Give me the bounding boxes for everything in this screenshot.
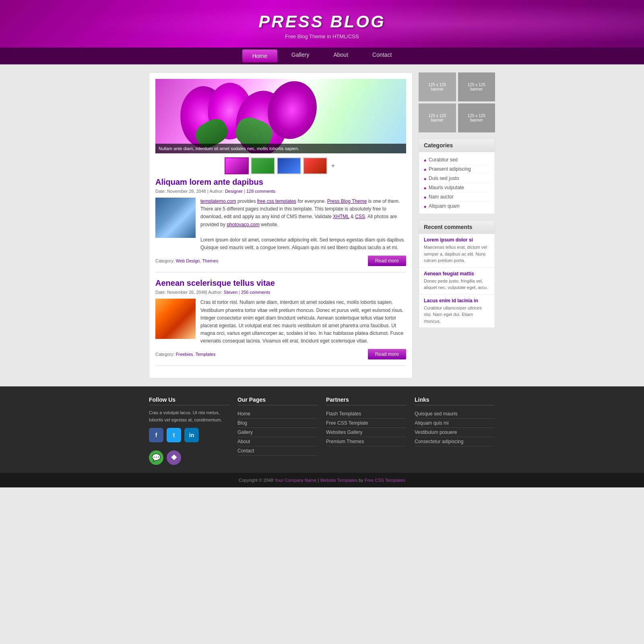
facebook-icon[interactable]: f <box>149 428 163 442</box>
linkedin-icon[interactable]: in <box>184 428 199 442</box>
post-2-date: November 26, 2048 <box>167 290 206 295</box>
header: PRESS BLOG Free Blog Theme in HTML/CSS <box>0 0 644 47</box>
post-2-date-label: Date: <box>155 290 167 295</box>
post-1-content: templatemo.com provides free css templat… <box>155 198 406 252</box>
nav-gallery[interactable]: Gallery <box>279 47 321 64</box>
footer-follow-us: Follow Us Cras a volutpat lacus. Ut nisi… <box>149 396 229 464</box>
slideshow-thumbnails: + <box>155 157 406 174</box>
post-1-meta: Date: November 28, 2048 | Author: Design… <box>155 189 406 194</box>
site-subtitle: Free Blog Theme in HTML/CSS <box>0 33 644 39</box>
post-2-title: Aenean scelerisque tellus vitae <box>155 279 406 288</box>
rss-icon[interactable]: ❖ <box>167 450 181 465</box>
twitter-icon[interactable]: t <box>167 428 181 442</box>
post-2-author-label: Author: <box>208 290 224 295</box>
post-1-read-more[interactable]: Read more <box>368 256 406 266</box>
banner-2[interactable]: 125 x 125 banner <box>458 72 495 101</box>
templatemo-link[interactable]: templatemo.com <box>200 198 236 204</box>
category-2[interactable]: Praesent adipiscing <box>424 165 490 174</box>
banner-1-size: 125 x 125 <box>421 83 454 87</box>
banner-3[interactable]: 125 x 125 banner <box>419 103 456 132</box>
post-2-meta: Date: November 26, 2048| Author: Steven … <box>155 290 406 295</box>
nav-home[interactable]: Home <box>242 50 277 62</box>
footer-links-list: Quisque sed mauris Aliquam quis mi Vesti… <box>415 409 495 446</box>
link-1: Quisque sed mauris <box>415 409 495 419</box>
footer-page-gallery: Gallery <box>237 428 318 437</box>
post-1-text: templatemo.com provides free css templat… <box>200 198 406 252</box>
footer: Follow Us Cras a volutpat lacus. Ut nisi… <box>0 386 644 487</box>
post-2-cat-freebies[interactable]: Freebies <box>176 352 193 357</box>
footer-page-contact: Contact <box>237 446 318 456</box>
xhtml-link[interactable]: XHTML <box>333 214 349 219</box>
post-2-text: Cras id tortor nisl. Nullam ante diam, i… <box>200 299 406 345</box>
banner-1[interactable]: 125 x 125 banner <box>419 72 456 101</box>
by-text: by <box>359 478 365 483</box>
banner-4-label: banner <box>460 118 493 122</box>
page-wrapper: Nullam ante diam, interdum sit amet soda… <box>145 72 499 378</box>
footer-partners-title: Partners <box>326 396 407 405</box>
banner-grid: 125 x 125 banner 125 x 125 banner 125 x … <box>419 72 495 132</box>
comment-1-title[interactable]: Lorem ipsum dolor si <box>424 237 473 243</box>
website-templates-link[interactable]: Website Templates <box>320 478 357 483</box>
post-2-author[interactable]: Steven <box>224 290 237 295</box>
post-1-date-label: Date: <box>155 189 167 194</box>
category-4[interactable]: Mauris vulputate <box>424 183 490 192</box>
free-css-link[interactable]: free css templates <box>257 198 296 204</box>
slideshow: Nullam ante diam, interdum sit amet soda… <box>155 79 406 153</box>
footer-page-about: About <box>237 437 318 446</box>
company-link[interactable]: Your Company Name <box>275 478 317 483</box>
navigation: Home Gallery About Contact <box>0 47 644 64</box>
comment-3-title[interactable]: Lacus enim id lacinia in <box>424 298 478 303</box>
thumb-1[interactable] <box>225 157 249 174</box>
post-2-thumbnail <box>155 299 196 339</box>
post-1-footer: Category: Web Design, Themes Read more <box>155 256 406 266</box>
footer-pages-list: Home Blog Gallery About Contact <box>237 409 318 456</box>
link-3: Vestibulum posuere <box>415 428 495 437</box>
nav-about[interactable]: About <box>321 47 360 64</box>
comment-3-text: Curabitur ullamcorper ultrices nisi. Nam… <box>424 305 490 325</box>
thumb-4[interactable] <box>303 157 327 174</box>
footer-page-blog: Blog <box>237 419 318 428</box>
thumb-more[interactable]: + <box>329 157 337 174</box>
press-blog-link[interactable]: Press Blog Theme <box>327 198 367 204</box>
post-2-cat-templates[interactable]: Templates <box>195 352 215 357</box>
free-css-link-footer[interactable]: Free CSS Templates <box>365 478 405 483</box>
nav-contact[interactable]: Contact <box>360 47 404 64</box>
post-1-title-link[interactable]: Aliquam lorem ante dapibus <box>155 178 263 186</box>
footer-links-title: Links <box>415 396 495 405</box>
banner-4[interactable]: 125 x 125 banner <box>458 103 495 132</box>
post-1-cat-webdesign[interactable]: Web Design <box>176 258 200 263</box>
comment-2-title[interactable]: Aenean feugiat mattis <box>424 271 474 277</box>
css-link[interactable]: CSS <box>355 214 365 219</box>
footer-partners: Partners Flash Templates Free CSS Templa… <box>326 396 407 464</box>
banner-2-size: 125 x 125 <box>460 83 493 87</box>
post-1-author[interactable]: Designer <box>225 189 243 194</box>
thumb-2[interactable] <box>251 157 275 174</box>
category-3[interactable]: Duis sed justo <box>424 174 490 183</box>
categories-section: Categories Curabitur sed Praesent adipis… <box>419 138 495 214</box>
categories-title: Categories <box>419 139 495 152</box>
banner-2-label: banner <box>460 87 493 91</box>
footer-follow-text: Cras a volutpat lacus. Ut nisi metus, lo… <box>149 409 229 423</box>
post-1-comments[interactable]: 128 comments <box>246 189 275 194</box>
thumb-3[interactable] <box>277 157 301 174</box>
category-1[interactable]: Curabitur sed <box>424 155 490 165</box>
category-6[interactable]: Aliquam quam <box>424 202 490 211</box>
post-2-content: Cras id tortor nisl. Nullam ante diam, i… <box>155 299 406 345</box>
post-2-title-link[interactable]: Aenean scelerisque tellus vitae <box>155 279 275 287</box>
copyright-text: Copyright © 2048 <box>239 478 275 483</box>
chat-icon[interactable]: 💬 <box>149 450 163 465</box>
footer-pages-title: Our Pages <box>237 396 318 405</box>
post-1-thumbnail <box>155 198 196 238</box>
category-5[interactable]: Nam auctor <box>424 192 490 202</box>
recent-comments-title: Recent comments <box>419 221 495 234</box>
post-2-footer: Category: Freebies, Templates Read more <box>155 349 406 359</box>
post-2-comments[interactable]: 256 comments <box>241 290 270 295</box>
site-title: PRESS BLOG <box>0 12 644 31</box>
main-content: Nullam ante diam, interdum sit amet soda… <box>149 72 413 378</box>
post-2-read-more[interactable]: Read more <box>368 349 406 359</box>
photovaco-link[interactable]: photovaco.com <box>227 222 259 227</box>
slide-caption: Nullam ante diam, interdum sit amet soda… <box>155 144 406 153</box>
post-1-cat-themes[interactable]: Themes <box>202 258 218 263</box>
footer-pages: Our Pages Home Blog Gallery About Contac… <box>237 396 318 464</box>
link-4: Consectetur adipiscing <box>415 437 495 446</box>
